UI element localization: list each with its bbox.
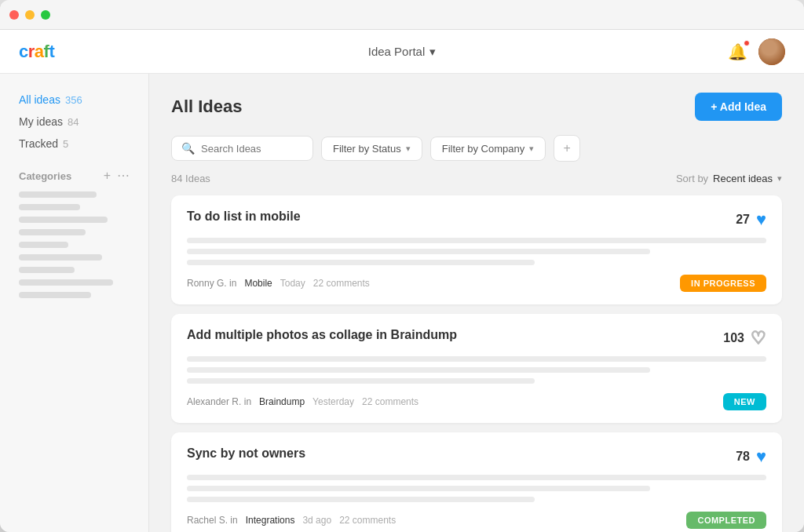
card-skel-3b: [187, 486, 650, 491]
card-meta-1: Ronny G. in Mobile Today 22 comments: [187, 278, 370, 289]
categories-label: Categories: [19, 170, 104, 182]
sort-label: Sort by: [676, 173, 708, 184]
sidebar-item-all-ideas[interactable]: All ideas 356: [13, 89, 136, 110]
idea-card[interactable]: Add multiple photos as collage in Braind…: [171, 314, 782, 423]
sort-row[interactable]: Sort by Recent ideas ▾: [676, 173, 782, 184]
idea-title-3: Sync by not owners: [187, 446, 305, 461]
status-badge-3: COMPLETED: [686, 512, 766, 529]
notification-bell[interactable]: 🔔: [728, 42, 747, 61]
ideas-count: 84 Ideas: [171, 173, 210, 184]
filter-status-button[interactable]: Filter by Status ▾: [321, 137, 422, 161]
main-content: All Ideas + Add Idea 🔍 Filter by Status …: [149, 74, 804, 532]
app-header: craft Idea Portal ▾ 🔔: [0, 30, 804, 74]
card-skel-1b: [187, 249, 650, 254]
skeleton-line-4: [19, 229, 86, 235]
sidebar-my-ideas-label: My ideas: [19, 115, 63, 128]
card-vote-1: 27 ♥: [736, 210, 766, 230]
sidebar-tracked-label: Tracked: [19, 137, 58, 150]
more-categories-button[interactable]: ⋯: [117, 169, 130, 182]
card-skel-3a: [187, 475, 766, 480]
card-skel-3c: [187, 497, 535, 502]
card-skel-2b: [187, 367, 650, 373]
logo-letter-a: a: [35, 42, 44, 62]
portal-title-chevron: ▾: [429, 45, 436, 59]
vote-count-2: 103: [723, 331, 744, 345]
search-box[interactable]: 🔍: [171, 136, 313, 161]
card-category-2: Braindump: [259, 396, 305, 407]
traffic-light-minimize[interactable]: [25, 10, 35, 20]
header-portal-title[interactable]: Idea Portal ▾: [368, 45, 437, 59]
categories-actions: + ⋯: [104, 169, 130, 182]
card-author-1: Ronny G. in: [187, 278, 236, 289]
add-filter-button[interactable]: +: [554, 135, 580, 162]
idea-title-1: To do list in mobile: [187, 210, 301, 224]
traffic-light-maximize[interactable]: [41, 10, 50, 20]
logo-letter-r: r: [28, 42, 35, 62]
logo-letter-t: t: [49, 42, 54, 62]
card-skel-2c: [187, 378, 535, 384]
idea-card[interactable]: Sync by not owners 78 ♥ Rachel S. in Int…: [171, 432, 782, 532]
add-idea-button[interactable]: + Add Idea: [695, 93, 782, 121]
sidebar-my-ideas-count: 84: [68, 116, 79, 128]
status-badge-2: NEW: [723, 393, 766, 410]
sidebar-item-my-ideas[interactable]: My ideas 84: [13, 111, 136, 132]
vote-count-1: 27: [736, 213, 750, 227]
sidebar: All ideas 356 My ideas 84 Tracked 5 Cate…: [0, 74, 149, 532]
category-skeleton-list: [13, 191, 136, 298]
skeleton-line-2: [19, 204, 80, 210]
titlebar: [0, 0, 804, 30]
card-comments-1: 22 comments: [313, 278, 370, 289]
card-footer-2: Alexander R. in Braindump Yesterday 22 c…: [187, 393, 766, 410]
card-skeleton-2: [187, 356, 766, 384]
sidebar-tracked-count: 5: [63, 138, 68, 150]
card-skel-1c: [187, 260, 535, 265]
filter-company-chevron: ▾: [529, 144, 534, 154]
header-right-actions: 🔔: [728, 38, 785, 65]
search-icon: 🔍: [181, 142, 195, 155]
content-header: All Ideas + Add Idea: [171, 93, 782, 121]
sidebar-item-tracked[interactable]: Tracked 5: [13, 133, 136, 154]
card-skeleton-3: [187, 475, 766, 502]
user-avatar[interactable]: [758, 38, 785, 65]
card-category-3: Integrations: [246, 515, 295, 526]
card-footer-3: Rachel S. in Integrations 3d ago 22 comm…: [187, 512, 766, 529]
skeleton-line-3: [19, 217, 108, 223]
card-footer-1: Ronny G. in Mobile Today 22 comments IN …: [187, 275, 766, 292]
page-title: All Ideas: [171, 97, 242, 117]
card-vote-2: 103 ♡: [723, 328, 766, 348]
card-meta-2: Alexander R. in Braindump Yesterday 22 c…: [187, 396, 418, 407]
skeleton-line-9: [19, 292, 91, 298]
filter-status-chevron: ▾: [406, 144, 411, 154]
sort-value: Recent ideas: [713, 173, 773, 184]
card-skel-1a: [187, 238, 766, 243]
ideas-meta: 84 Ideas Sort by Recent ideas ▾: [171, 173, 782, 184]
sidebar-all-ideas-label: All ideas: [19, 93, 60, 106]
skeleton-line-5: [19, 242, 68, 248]
heart-icon-2[interactable]: ♡: [751, 328, 766, 348]
card-time-3: 3d ago: [302, 515, 331, 526]
card-skeleton-1: [187, 238, 766, 265]
search-input[interactable]: [201, 143, 303, 155]
traffic-light-close[interactable]: [9, 10, 19, 20]
filter-company-button[interactable]: Filter by Company ▾: [430, 137, 546, 161]
sidebar-all-ideas-count: 356: [65, 94, 82, 106]
logo-letter-c: c: [19, 42, 28, 62]
portal-title-text: Idea Portal: [368, 45, 426, 58]
status-badge-1: IN PROGRESS: [680, 275, 766, 292]
add-category-button[interactable]: +: [104, 169, 111, 182]
card-comments-2: 22 comments: [362, 396, 418, 407]
card-time-2: Yesterday: [312, 396, 354, 407]
app-logo: craft: [19, 42, 54, 62]
heart-icon-3[interactable]: ♥: [756, 446, 766, 467]
filter-status-label: Filter by Status: [333, 143, 401, 155]
skeleton-line-7: [19, 267, 75, 273]
app-window: craft Idea Portal ▾ 🔔 All ideas 356 My i…: [0, 0, 804, 532]
add-filter-icon: +: [564, 141, 571, 155]
filter-company-label: Filter by Company: [442, 143, 524, 155]
heart-icon-1[interactable]: ♥: [756, 210, 766, 230]
idea-card[interactable]: To do list in mobile 27 ♥ Ronny G. in Mo…: [171, 195, 782, 304]
card-time-1: Today: [280, 278, 305, 289]
card-comments-3: 22 comments: [339, 515, 396, 526]
card-top-3: Sync by not owners 78 ♥: [187, 446, 766, 467]
filters-row: 🔍 Filter by Status ▾ Filter by Company ▾…: [171, 135, 782, 162]
